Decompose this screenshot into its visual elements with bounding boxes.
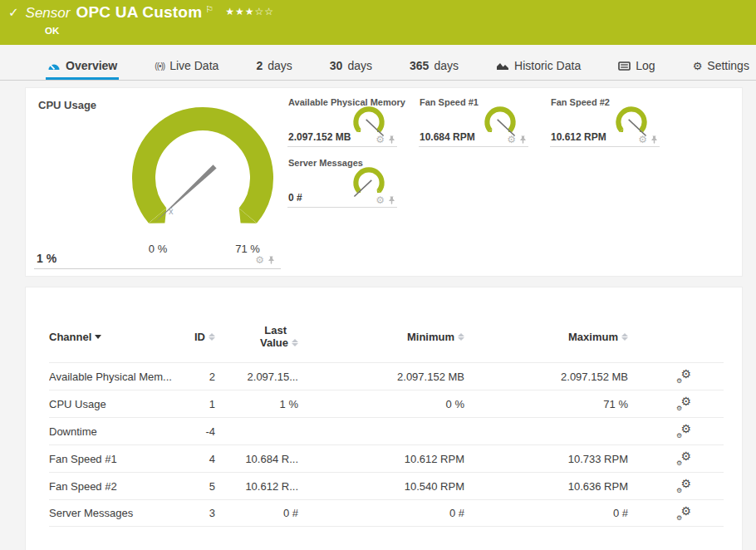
log-list-icon xyxy=(618,61,631,71)
channel-name[interactable]: Downtime xyxy=(49,425,182,438)
sort-icon xyxy=(209,333,215,341)
tab-365-days-number: 365 xyxy=(410,59,429,72)
tab-live-data[interactable]: ((•)) Live Data xyxy=(153,52,220,80)
channel-name[interactable]: Fan Speed #1 xyxy=(49,453,182,465)
channel-id: 4 xyxy=(182,453,215,465)
channel-id: 5 xyxy=(182,480,215,493)
channel-settings-icon[interactable]: ⚙⚙ xyxy=(676,425,691,438)
fan2-gauge-block: Fan Speed #2 10.612 RPM ⚙ xyxy=(550,99,660,147)
server-messages-current-value: 0 # xyxy=(288,192,302,204)
tab-historic-data-label: Historic Data xyxy=(514,59,581,72)
fan1-current-value: 10.684 RPM xyxy=(420,131,475,143)
cpu-usage-gauge-block: CPU Usage x̄ 0 % 71 % 1 % ⚙ xyxy=(26,88,283,277)
channel-table-panel: Channel ID Last Value Minimum xyxy=(25,287,743,550)
status-ok-check-icon: ✓ xyxy=(8,5,19,20)
channel-id: 1 xyxy=(182,398,215,410)
column-header-last-value[interactable]: Last Value xyxy=(215,324,298,349)
channel-minimum: 0 % xyxy=(298,398,464,410)
channel-name[interactable]: Fan Speed #2 xyxy=(49,480,182,493)
tab-2-days[interactable]: 2 days xyxy=(254,52,293,80)
tab-log[interactable]: Log xyxy=(616,52,656,80)
column-header-minimum[interactable]: Minimum xyxy=(298,331,464,343)
memory-gauge-block: Available Physical Memory 2.097.152 MB ⚙ xyxy=(287,99,397,147)
flag-icon: ⚐ xyxy=(205,4,214,15)
gauge-settings-gear-icon[interactable]: ⚙ xyxy=(255,255,264,265)
gauge-settings-gear-icon[interactable]: ⚙ xyxy=(507,135,516,145)
memory-gauge-title: Available Physical Memory xyxy=(288,97,405,107)
tab-bar: Overview ((•)) Live Data 2 days 30 days … xyxy=(0,52,756,81)
table-row: Server Messages 3 0 # 0 # 0 # ⚙⚙ xyxy=(49,499,724,527)
server-messages-gauge-block: Server Messages 0 # ⚙ xyxy=(287,160,397,208)
tab-30-days-number: 30 xyxy=(330,59,343,72)
sensor-header: ✓ Sensor OPC UA Custom ⚐ ★★★☆☆ OK xyxy=(0,0,756,45)
channel-minimum: 2.097.152 MB xyxy=(298,371,464,383)
channel-id: -4 xyxy=(182,425,215,438)
channel-maximum: 10.733 RPM xyxy=(464,453,628,465)
cpu-gauge-title: CPU Usage xyxy=(38,99,96,111)
table-header-row: Channel ID Last Value Minimum xyxy=(49,311,724,362)
sensor-title: OPC UA Custom xyxy=(76,3,202,22)
fan1-gauge-block: Fan Speed #1 10.684 RPM ⚙ xyxy=(419,99,528,147)
average-marker: x̄ xyxy=(169,206,174,216)
table-row: Fan Speed #1 4 10.684 R... 10.612 RPM 10… xyxy=(49,444,724,472)
channel-name[interactable]: CPU Usage xyxy=(49,398,182,410)
channel-last-value: 0 # xyxy=(215,507,298,519)
table-row: CPU Usage 1 1 % 0 % 71 % ⚙⚙ xyxy=(49,390,724,417)
tab-2-days-label: days xyxy=(268,59,292,72)
fan1-gauge-title: Fan Speed #1 xyxy=(420,97,479,107)
channel-maximum: 71 % xyxy=(464,398,628,410)
priority-stars[interactable]: ★★★☆☆ xyxy=(225,6,274,17)
table-row: Available Physical Mem... 2 2.097.15... … xyxy=(49,362,724,390)
channel-settings-icon[interactable]: ⚙⚙ xyxy=(676,370,691,383)
sort-desc-icon xyxy=(95,335,101,339)
fan2-current-value: 10.612 RPM xyxy=(551,131,606,143)
tab-historic-data[interactable]: Historic Data xyxy=(494,52,582,80)
tab-live-data-label: Live Data xyxy=(169,59,218,72)
gauge-settings-gear-icon[interactable]: ⚙ xyxy=(638,135,647,145)
channel-last-value: 2.097.15... xyxy=(215,371,298,383)
channel-settings-icon[interactable]: ⚙⚙ xyxy=(676,397,691,410)
channel-maximum: 10.636 RPM xyxy=(464,480,628,493)
gauge-settings-gear-icon[interactable]: ⚙ xyxy=(376,195,385,205)
pin-icon[interactable] xyxy=(388,135,395,145)
channel-settings-icon[interactable]: ⚙⚙ xyxy=(676,452,691,465)
channel-settings-icon[interactable]: ⚙⚙ xyxy=(676,479,691,493)
channel-id: 3 xyxy=(182,507,215,519)
channel-name[interactable]: Server Messages xyxy=(49,507,182,519)
tab-log-label: Log xyxy=(636,59,655,72)
cpu-gauge-max-label: 71 % xyxy=(226,243,269,255)
pin-icon[interactable] xyxy=(519,135,527,145)
gauge-settings-gear-icon[interactable]: ⚙ xyxy=(376,135,385,145)
table-row: Downtime -4 ⚙⚙ xyxy=(49,417,724,444)
channel-minimum: 10.540 RPM xyxy=(298,480,464,493)
channel-maximum: 2.097.152 MB xyxy=(464,371,628,383)
tab-365-days-label: days xyxy=(434,59,459,72)
status-badge: OK xyxy=(45,26,59,36)
gauges-panel: CPU Usage x̄ 0 % 71 % 1 % ⚙ Available Ph… xyxy=(25,87,743,277)
memory-current-value: 2.097.152 MB xyxy=(288,131,351,143)
tab-settings[interactable]: ⚙ Settings xyxy=(691,52,751,80)
fan2-gauge-title: Fan Speed #2 xyxy=(551,97,610,107)
tab-2-days-number: 2 xyxy=(256,59,263,72)
pin-icon[interactable] xyxy=(268,255,275,265)
channel-name[interactable]: Available Physical Mem... xyxy=(49,371,182,383)
channel-table: Channel ID Last Value Minimum xyxy=(49,311,724,527)
area-chart-icon xyxy=(496,61,509,71)
channel-settings-icon[interactable]: ⚙⚙ xyxy=(676,507,691,520)
pin-icon[interactable] xyxy=(650,135,658,145)
sort-icon xyxy=(292,339,298,346)
column-header-id[interactable]: ID xyxy=(182,331,215,343)
tab-overview[interactable]: Overview xyxy=(46,52,119,80)
tab-365-days[interactable]: 365 days xyxy=(408,52,460,80)
pin-icon[interactable] xyxy=(388,195,395,205)
channel-maximum: 0 # xyxy=(464,507,628,519)
tab-30-days[interactable]: 30 days xyxy=(328,52,374,80)
column-header-channel[interactable]: Channel xyxy=(49,331,182,343)
gauge-icon xyxy=(47,61,61,71)
channel-last-value: 1 % xyxy=(215,398,298,410)
tab-settings-label: Settings xyxy=(707,59,749,72)
object-kind-label: Sensor xyxy=(26,5,71,22)
channel-id: 2 xyxy=(182,371,215,383)
column-header-maximum[interactable]: Maximum xyxy=(464,331,628,343)
tab-30-days-label: days xyxy=(347,59,372,72)
